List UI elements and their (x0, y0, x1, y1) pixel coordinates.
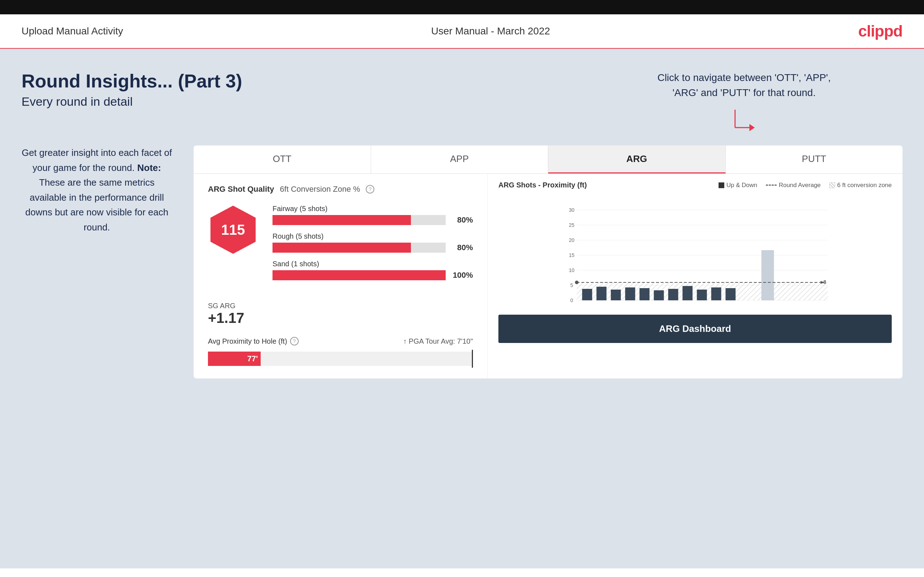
svg-rect-22 (611, 290, 621, 300)
shot-quality: Fairway (5 shots) 80% Rough (5 shots) (273, 205, 473, 287)
chart-header: ARG Shots - Proximity (ft) Up & Down Rou… (498, 181, 892, 189)
left-panel: ARG Shot Quality 6ft Conversion Zone % ?… (194, 174, 488, 379)
legend-6ft-label: 6 ft conversion zone (837, 182, 892, 189)
svg-text:30: 30 (569, 207, 575, 213)
left-description: Get greater insight into each facet of y… (21, 145, 172, 235)
tab-app[interactable]: APP (371, 145, 549, 174)
svg-rect-28 (697, 290, 707, 300)
panel-header: ARG Shot Quality 6ft Conversion Zone % ? (208, 185, 473, 194)
content-row: Get greater insight into each facet of y… (21, 145, 903, 379)
proximity-section: Avg Proximity to Hole (ft) ? ↑ PGA Tour … (208, 337, 473, 368)
proximity-label: Avg Proximity to Hole (ft) ? (208, 337, 299, 345)
upload-label[interactable]: Upload Manual Activity (21, 26, 123, 37)
panel-header-title: ARG Shot Quality (208, 185, 274, 194)
fairway-bar-track (273, 215, 446, 225)
tab-bar: OTT APP ARG PUTT (194, 145, 903, 174)
svg-text:25: 25 (569, 222, 575, 228)
proximity-header: Avg Proximity to Hole (ft) ? ↑ PGA Tour … (208, 337, 473, 345)
proximity-bar-fill: 77' (208, 351, 261, 366)
chart-area: 0 5 10 15 20 25 30 (498, 197, 892, 304)
sand-pct: 100% (451, 271, 473, 280)
rough-label: Rough (5 shots) (273, 232, 473, 240)
rough-bar-fill (273, 243, 411, 253)
svg-rect-20 (582, 289, 592, 300)
footer: Copyright Clippd 2021 (0, 568, 924, 577)
header: Upload Manual Activity User Manual - Mar… (0, 15, 924, 49)
hexagon-badge: 115 (208, 205, 258, 255)
panel-header-subtitle: 6ft Conversion Zone % (280, 185, 360, 194)
svg-rect-30 (726, 288, 736, 300)
nav-arrow (657, 106, 831, 139)
title-block: Round Insights... (Part 3) Every round i… (21, 70, 242, 130)
proximity-bar-track: 77' (208, 351, 472, 366)
sand-bar-track (273, 270, 446, 280)
legend-square-icon (719, 182, 724, 188)
proximity-value: 77' (247, 354, 258, 363)
chart-legend: Up & Down Round Average 6 ft conversion … (719, 182, 892, 189)
nav-hint-text: Click to navigate between 'OTT', 'APP','… (657, 70, 831, 100)
svg-text:0: 0 (570, 297, 573, 303)
tab-ott[interactable]: OTT (194, 145, 371, 174)
legend-hatch-icon (829, 182, 835, 188)
svg-text:10: 10 (569, 268, 575, 273)
sand-bar-fill (273, 270, 446, 280)
tab-arg[interactable]: ARG (548, 145, 726, 174)
shot-row-rough: Rough (5 shots) 80% (273, 232, 473, 253)
svg-rect-23 (625, 287, 635, 300)
insights-card: OTT APP ARG PUTT ARG Shot Quality 6ft Co… (194, 145, 903, 379)
legend-round-avg-label: Round Average (779, 182, 821, 189)
legend-up-down-label: Up & Down (727, 182, 757, 189)
tab-putt[interactable]: PUTT (726, 145, 903, 174)
description-text: Get greater insight into each facet of y… (21, 145, 172, 235)
sg-value: +1.17 (208, 310, 473, 326)
proximity-avg: ↑ PGA Tour Avg: 7'10" (403, 337, 473, 345)
sand-label: Sand (1 shots) (273, 260, 473, 268)
top-section: Round Insights... (Part 3) Every round i… (21, 70, 903, 139)
hexagon-value: 115 (221, 222, 245, 238)
chart-title: ARG Shots - Proximity (ft) (498, 181, 587, 189)
svg-rect-27 (683, 286, 693, 300)
hexagon-row: 115 Fairway (5 shots) 80% (208, 205, 473, 287)
page-title: Round Insights... (Part 3) (21, 70, 242, 92)
fairway-label: Fairway (5 shots) (273, 205, 473, 213)
proximity-help-icon[interactable]: ? (290, 337, 299, 345)
svg-rect-24 (640, 288, 650, 300)
sg-section: SG ARG +1.17 (208, 302, 473, 326)
svg-text:8: 8 (824, 279, 827, 285)
rough-bar-track (273, 243, 446, 253)
rough-pct: 80% (451, 243, 473, 252)
svg-rect-26 (668, 289, 678, 300)
svg-text:15: 15 (569, 252, 575, 258)
shot-row-fairway: Fairway (5 shots) 80% (273, 205, 473, 225)
legend-dash-icon (766, 185, 777, 185)
top-bar (0, 0, 924, 15)
legend-round-avg: Round Average (766, 182, 821, 189)
svg-text:5: 5 (570, 282, 573, 288)
legend-6ft: 6 ft conversion zone (829, 182, 892, 189)
svg-marker-2 (750, 124, 755, 131)
svg-text:20: 20 (569, 237, 575, 243)
right-panel: ARG Shots - Proximity (ft) Up & Down Rou… (488, 174, 903, 379)
page-subtitle: Every round in detail (21, 95, 242, 109)
svg-rect-31 (762, 250, 774, 300)
legend-up-down: Up & Down (719, 182, 757, 189)
proximity-bar: 77' (208, 350, 473, 368)
fairway-bar-fill (273, 215, 411, 225)
proximity-cursor (472, 350, 473, 368)
help-icon[interactable]: ? (366, 185, 374, 193)
arg-dashboard-button[interactable]: ARG Dashboard (498, 315, 892, 343)
sg-label: SG ARG (208, 302, 473, 310)
svg-rect-25 (654, 290, 664, 300)
fairway-pct: 80% (451, 215, 473, 225)
svg-rect-21 (597, 287, 607, 300)
header-center-label: User Manual - March 2022 (431, 26, 550, 37)
card-body: ARG Shot Quality 6ft Conversion Zone % ?… (194, 174, 903, 379)
shot-row-sand: Sand (1 shots) 100% (273, 260, 473, 280)
nav-hint-block: Click to navigate between 'OTT', 'APP','… (657, 70, 831, 139)
main-content: Round Insights... (Part 3) Every round i… (0, 49, 924, 568)
clippd-logo: clippd (858, 22, 903, 40)
svg-rect-29 (711, 287, 721, 300)
